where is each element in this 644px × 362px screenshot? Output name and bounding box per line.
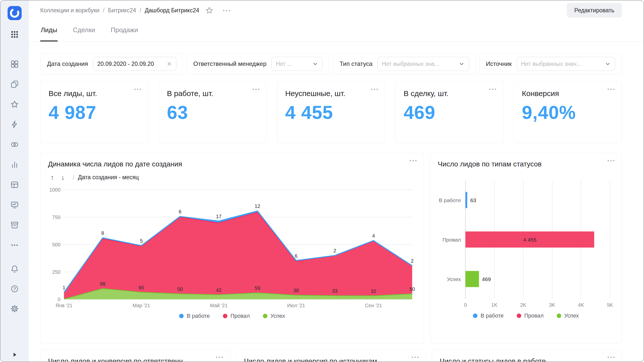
widget-menu-icon[interactable]: ⋯ bbox=[489, 85, 498, 93]
category-label: Провал bbox=[442, 237, 461, 243]
main-area: Коллекции и воркбуки / Битрикс24 / Дашбо… bbox=[29, 1, 643, 361]
clear-icon[interactable] bbox=[167, 61, 172, 67]
connections-icon[interactable] bbox=[10, 140, 19, 149]
data-label: 5 bbox=[140, 238, 143, 244]
widget-menu-icon[interactable]: ⋯ bbox=[133, 85, 143, 93]
data-label: 6 bbox=[295, 253, 298, 258]
data-label: 50 bbox=[409, 286, 415, 292]
widget-menu-icon[interactable]: ⋯ bbox=[607, 85, 616, 93]
status-type-select[interactable]: Нет выбранных зна... bbox=[378, 57, 469, 71]
chart-title: Число лидов и конверсия по источникам bbox=[244, 357, 418, 361]
kpi-unsuccessful: ⋯ Неуспешные, шт. 4 455 bbox=[277, 81, 385, 143]
sort-desc-icon[interactable]: ↓ bbox=[59, 173, 67, 182]
date-range-input[interactable]: 20.09.2020 - 20.09.20 bbox=[93, 57, 176, 71]
notifications-bell-icon[interactable] bbox=[10, 265, 19, 273]
kpi-value: 4 455 bbox=[285, 102, 377, 123]
legend-dot bbox=[179, 314, 184, 318]
app-window: ? Коллекции и воркбуки / Битрикс24 / Даш… bbox=[0, 0, 644, 362]
dashboards-monitor-icon[interactable] bbox=[10, 201, 19, 209]
kpi-title: В сделку, шт. bbox=[404, 89, 495, 98]
chevron-down-icon bbox=[459, 61, 465, 67]
legend-label: В работе bbox=[187, 313, 210, 319]
breadcrumb-separator: / bbox=[140, 7, 141, 14]
x-tick-label: Янв '21 bbox=[56, 303, 72, 308]
source-select[interactable]: Нет выбранных знач... bbox=[517, 57, 615, 71]
chevron-down-icon bbox=[605, 61, 611, 67]
data-label: 8 bbox=[101, 230, 104, 236]
data-label: 4 bbox=[372, 233, 375, 239]
chart-title: Динамика числа лидов по дате создания bbox=[48, 160, 416, 168]
filter-status-type: Тип статуса Нет выбранных зна... bbox=[333, 53, 476, 74]
legend-item[interactable]: В работе bbox=[473, 312, 504, 319]
datasets-table-icon[interactable] bbox=[10, 180, 19, 189]
tab-sales[interactable]: Продажи bbox=[110, 20, 139, 41]
y-tick-label: 750 bbox=[52, 214, 60, 220]
charts-row: ⋯ Динамика числа лидов по дате создания … bbox=[40, 153, 622, 343]
favorite-star-icon[interactable] bbox=[205, 6, 213, 14]
workbooks-icon[interactable] bbox=[10, 80, 19, 88]
charts-icon[interactable] bbox=[10, 160, 19, 169]
tab-deals[interactable]: Сделки bbox=[72, 20, 96, 41]
bar-Успех[interactable] bbox=[465, 271, 479, 287]
legend-dot bbox=[517, 313, 521, 318]
leads-in-progress-card: ⋯ Число и статусы лидов в работе bbox=[432, 349, 622, 361]
kpi-all-leads: ⋯ Все лиды, шт. 4 987 bbox=[40, 81, 148, 143]
area-series-Провал bbox=[64, 212, 412, 299]
data-label: 2 bbox=[333, 248, 336, 253]
legend-dot bbox=[557, 313, 561, 318]
widget-menu-icon[interactable]: ⋯ bbox=[607, 353, 616, 361]
data-label: 6 bbox=[179, 209, 181, 214]
bar-value-label: 63 bbox=[470, 197, 476, 203]
drilldown-breadcrumb[interactable]: Дата создания - месяц bbox=[78, 174, 139, 181]
x-tick-label: 0 bbox=[464, 302, 467, 308]
leads-by-source-card: ⋯ Число лидов и конверсия по источникам bbox=[236, 349, 426, 361]
legend-item[interactable]: Успех bbox=[263, 313, 285, 319]
widget-menu-icon[interactable]: ⋯ bbox=[409, 156, 418, 165]
x-tick-label: Мар '21 bbox=[133, 303, 150, 308]
breadcrumb-more-icon[interactable]: ⋯ bbox=[222, 6, 232, 15]
data-label: 33 bbox=[332, 288, 338, 294]
favorites-star-icon[interactable] bbox=[10, 100, 19, 109]
legend-item[interactable]: В работе bbox=[179, 313, 210, 319]
quick-actions-bolt-icon[interactable] bbox=[10, 120, 19, 129]
settings-gear-icon[interactable] bbox=[10, 304, 19, 313]
widget-menu-icon[interactable]: ⋯ bbox=[252, 85, 261, 93]
kpi-title: В работе, шт. bbox=[167, 89, 258, 98]
filter-date-created: Дата создания 20.09.2020 - 20.09.20 bbox=[40, 53, 183, 74]
chart-toolbar: ↑ ↓ / Дата создания - месяц bbox=[48, 173, 416, 182]
sort-asc-icon[interactable]: ↑ bbox=[48, 173, 57, 182]
kpi-value: 4 987 bbox=[49, 102, 140, 123]
breadcrumb-separator: / bbox=[103, 7, 104, 14]
area-chart: 0250500750100098655042593833325018561712… bbox=[48, 184, 416, 309]
tabs-bar: Лиды Сделки Продажи bbox=[29, 20, 643, 42]
category-label: В работе bbox=[439, 197, 461, 203]
sidebar-nav bbox=[10, 60, 19, 249]
widget-menu-icon[interactable]: ⋯ bbox=[411, 353, 420, 361]
collections-icon[interactable] bbox=[10, 60, 19, 68]
legend-item[interactable]: Провал bbox=[517, 312, 544, 319]
legend-dot bbox=[473, 313, 477, 318]
help-icon[interactable]: ? bbox=[10, 285, 19, 293]
data-label: 1 bbox=[63, 285, 65, 290]
breadcrumb-workbook[interactable]: Битрикс24 bbox=[108, 7, 136, 14]
datalens-logo[interactable] bbox=[8, 6, 22, 20]
tab-leads[interactable]: Лиды bbox=[40, 20, 58, 41]
x-tick-label: Май '21 bbox=[210, 303, 228, 308]
widget-menu-icon[interactable]: ⋯ bbox=[370, 85, 379, 93]
breadcrumb-collections[interactable]: Коллекции и воркбуки bbox=[40, 7, 99, 14]
bar-В работе[interactable] bbox=[465, 192, 467, 208]
storage-box-icon[interactable] bbox=[10, 221, 19, 229]
widget-menu-icon[interactable]: ⋯ bbox=[215, 353, 224, 361]
apps-grid-icon[interactable] bbox=[10, 30, 19, 39]
legend-item[interactable]: Успех bbox=[557, 312, 579, 319]
data-label: 38 bbox=[293, 288, 299, 293]
data-label: 32 bbox=[371, 288, 376, 294]
more-icon[interactable] bbox=[10, 241, 19, 249]
manager-select[interactable]: Нет ... bbox=[271, 57, 323, 71]
widget-menu-icon[interactable]: ⋯ bbox=[607, 156, 616, 165]
edit-button[interactable]: Редактировать bbox=[567, 3, 622, 18]
manager-select-value: Нет ... bbox=[276, 61, 310, 67]
x-tick-label: 5K bbox=[607, 302, 613, 308]
expand-panel-icon[interactable] bbox=[10, 350, 19, 359]
legend-item[interactable]: Провал bbox=[223, 313, 250, 319]
